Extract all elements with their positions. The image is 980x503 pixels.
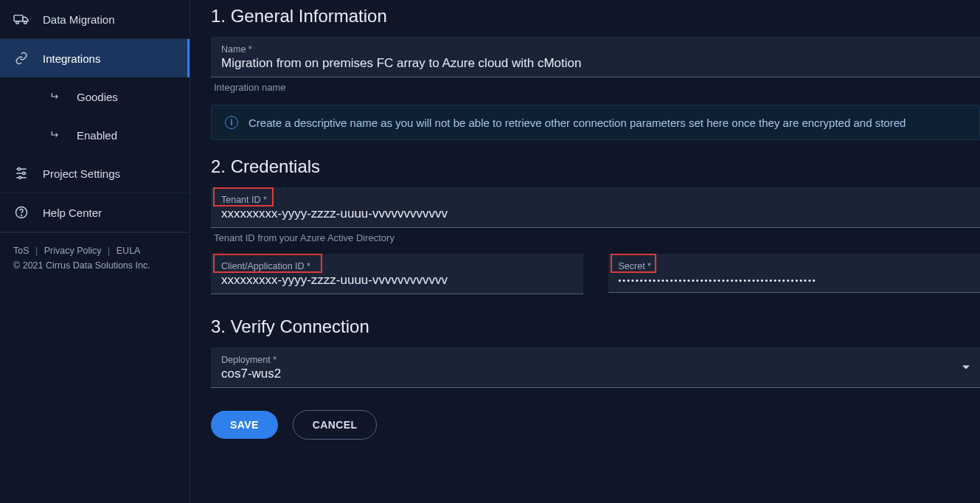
footer-copyright: © 2021 Cirrus Data Solutions Inc. <box>13 258 176 273</box>
sidebar-item-label: Goodies <box>77 91 118 103</box>
sidebar-footer: ToS | Privacy Policy | EULA © 2021 Cirru… <box>0 232 190 283</box>
cancel-button[interactable]: CANCEL <box>293 410 378 440</box>
svg-point-4 <box>18 168 20 170</box>
tenant-id-label: Tenant ID * <box>221 195 970 205</box>
svg-rect-0 <box>14 15 23 21</box>
subarrow-icon <box>47 91 63 102</box>
truck-icon <box>13 13 29 26</box>
svg-point-6 <box>23 172 25 174</box>
help-icon <box>13 205 29 220</box>
main-content: 1. General Information Name * Integratio… <box>190 0 980 503</box>
sidebar-item-label: Help Center <box>43 207 102 219</box>
sidebar-item-label: Project Settings <box>43 167 120 180</box>
sidebar-item-label: Enabled <box>77 129 117 142</box>
section-title-verify: 3. Verify Connection <box>211 316 980 337</box>
section-title-general: 1. General Information <box>211 6 980 27</box>
sidebar-item-label: Data Migration <box>43 13 115 26</box>
sidebar-item-label: Integrations <box>43 52 100 65</box>
save-button[interactable]: SAVE <box>211 411 278 439</box>
footer-link-tos[interactable]: ToS <box>13 246 29 256</box>
footer-link-privacy[interactable]: Privacy Policy <box>44 246 102 256</box>
subarrow-icon <box>47 130 63 140</box>
info-banner: i Create a descriptive name as you will … <box>211 105 980 140</box>
secret-label: Secret * <box>619 261 970 271</box>
deployment-label: Deployment * <box>221 355 970 365</box>
button-row: SAVE CANCEL <box>211 410 980 440</box>
client-id-field[interactable]: Client/Application ID * <box>211 254 583 294</box>
client-id-input[interactable] <box>221 273 573 288</box>
link-icon <box>13 52 29 65</box>
sidebar-item-data-migration[interactable]: Data Migration <box>0 0 190 38</box>
deployment-field[interactable]: Deployment * cos7-wus2 <box>211 347 980 388</box>
sidebar-item-help-center[interactable]: Help Center <box>0 193 190 232</box>
section-title-credentials: 2. Credentials <box>211 156 980 177</box>
client-id-label: Client/Application ID * <box>221 261 573 271</box>
secret-input[interactable] <box>619 276 970 285</box>
deployment-value: cos7-wus2 <box>221 367 970 381</box>
name-input[interactable] <box>221 56 970 71</box>
name-label: Name * <box>221 44 970 55</box>
tenant-id-input[interactable] <box>221 207 970 221</box>
sidebar: Data Migration Integrations Goodies Enab… <box>0 0 190 503</box>
sidebar-item-enabled[interactable]: Enabled <box>0 116 190 154</box>
svg-point-1 <box>16 21 19 24</box>
name-help: Integration name <box>214 82 980 93</box>
info-icon: i <box>225 116 238 129</box>
chevron-down-icon <box>962 366 970 370</box>
sliders-icon <box>13 166 29 181</box>
name-field[interactable]: Name * <box>211 37 980 77</box>
info-text: Create a descriptive name as you will no… <box>249 117 906 129</box>
svg-point-8 <box>19 176 21 178</box>
tenant-id-field[interactable]: Tenant ID * <box>211 187 980 228</box>
sidebar-item-integrations[interactable]: Integrations <box>0 39 190 77</box>
sidebar-item-project-settings[interactable]: Project Settings <box>0 154 190 192</box>
svg-point-10 <box>21 215 22 216</box>
footer-link-eula[interactable]: EULA <box>117 246 141 256</box>
tenant-id-help: Tenant ID from your Azure Active Directo… <box>214 232 980 243</box>
sidebar-item-goodies[interactable]: Goodies <box>0 77 190 116</box>
secret-field[interactable]: Secret * <box>608 254 981 293</box>
svg-point-2 <box>24 21 27 24</box>
